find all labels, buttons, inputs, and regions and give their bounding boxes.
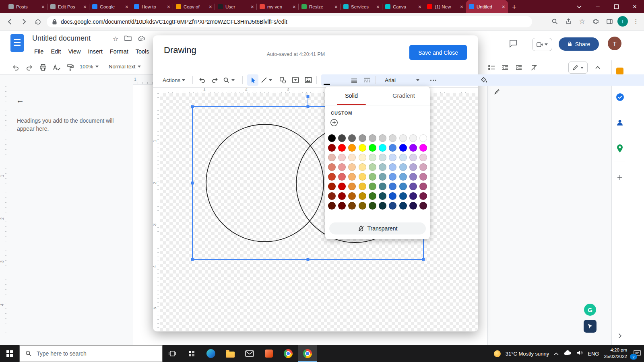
color-swatch[interactable]	[338, 163, 346, 171]
tray-chevron-up-icon[interactable]	[554, 350, 559, 357]
menu-format[interactable]: Format	[106, 47, 132, 56]
contacts-icon[interactable]	[615, 118, 624, 127]
color-swatch[interactable]	[338, 192, 346, 200]
color-swatch[interactable]	[328, 154, 336, 161]
color-swatch[interactable]	[328, 173, 336, 181]
color-swatch[interactable]	[348, 183, 356, 190]
tab-search-chevron-icon[interactable]	[570, 0, 588, 13]
zoom-tool[interactable]	[223, 74, 235, 86]
color-swatch[interactable]	[359, 192, 366, 200]
color-swatch[interactable]	[328, 134, 336, 142]
app-grid-icon[interactable]	[182, 345, 201, 362]
file-explorer-icon[interactable]	[221, 345, 240, 362]
tab-close-icon[interactable]: ×	[251, 4, 254, 10]
tab-close-icon[interactable]: ×	[334, 4, 338, 10]
actions-menu[interactable]: Actions	[163, 74, 185, 86]
star-document-icon[interactable]: ☆	[113, 35, 118, 43]
color-swatch[interactable]	[369, 202, 376, 210]
color-swatch[interactable]	[359, 154, 366, 161]
undo-button[interactable]	[196, 74, 208, 86]
editing-mode-button[interactable]	[568, 62, 588, 74]
color-swatch[interactable]	[379, 144, 386, 152]
weather-text[interactable]: 31°C Mostly sunny	[506, 351, 549, 357]
color-swatch[interactable]	[359, 163, 366, 171]
print-button[interactable]	[38, 63, 48, 72]
spellcheck-button[interactable]	[52, 63, 62, 72]
color-swatch[interactable]	[369, 173, 376, 181]
color-swatch[interactable]	[369, 192, 376, 200]
color-swatch[interactable]	[359, 173, 366, 181]
color-swatch[interactable]	[369, 154, 376, 161]
color-swatch[interactable]	[399, 163, 407, 171]
color-swatch[interactable]	[419, 163, 427, 171]
color-swatch[interactable]	[389, 144, 396, 152]
notification-center-icon[interactable]: 2	[632, 348, 642, 359]
volume-icon[interactable]	[576, 350, 583, 357]
save-and-close-button[interactable]: Save and Close	[409, 45, 467, 60]
edge-icon[interactable]	[201, 345, 221, 362]
cloud-saved-icon[interactable]	[138, 35, 145, 43]
undo-button[interactable]	[10, 63, 21, 72]
back-button[interactable]	[4, 16, 16, 28]
comment-history-icon[interactable]	[509, 39, 518, 49]
tab-close-icon[interactable]: ×	[376, 4, 380, 10]
checklist-button[interactable]	[486, 63, 497, 72]
chrome-icon[interactable]	[279, 345, 298, 362]
color-swatch[interactable]	[409, 163, 417, 171]
color-swatch[interactable]	[419, 144, 427, 152]
browser-tab[interactable]: Edit Pos×	[47, 0, 89, 13]
tab-close-icon[interactable]: ×	[83, 4, 87, 10]
color-swatch[interactable]	[399, 134, 407, 142]
color-swatch[interactable]	[389, 192, 396, 200]
collapse-side-panel-icon[interactable]	[615, 331, 624, 340]
share-page-icon[interactable]	[563, 16, 574, 27]
color-swatch[interactable]	[419, 183, 427, 190]
color-swatch[interactable]	[389, 202, 396, 210]
browser-tab[interactable]: How to×	[131, 0, 173, 13]
color-swatch[interactable]	[419, 134, 427, 142]
minimize-button[interactable]: ─	[588, 0, 607, 13]
browser-tab[interactable]: (1) New×	[424, 0, 466, 13]
color-swatch[interactable]	[379, 192, 386, 200]
vertical-ruler[interactable]: 1234	[1, 86, 6, 336]
color-swatch[interactable]	[409, 154, 417, 161]
side-panel-icon[interactable]	[604, 16, 615, 27]
color-swatch[interactable]	[399, 202, 407, 210]
forward-button[interactable]	[18, 16, 30, 28]
chrome-active-icon[interactable]	[298, 345, 317, 362]
color-swatch[interactable]	[379, 163, 386, 171]
color-swatch[interactable]	[348, 163, 356, 171]
browser-tab[interactable]: Services×	[341, 0, 382, 13]
color-swatch[interactable]	[379, 173, 386, 181]
color-swatch[interactable]	[359, 144, 366, 152]
color-swatch[interactable]	[348, 134, 356, 142]
maximize-button[interactable]	[607, 0, 625, 13]
browser-tab[interactable]: Copy of×	[173, 0, 215, 13]
color-swatch[interactable]	[348, 192, 356, 200]
tab-close-icon[interactable]: ×	[418, 4, 421, 10]
color-swatch[interactable]	[328, 144, 336, 152]
color-swatch[interactable]	[338, 173, 346, 181]
share-button[interactable]: Share	[559, 37, 599, 51]
color-swatch[interactable]	[359, 202, 366, 210]
color-swatch[interactable]	[419, 154, 427, 161]
office-icon[interactable]	[259, 345, 279, 362]
color-swatch[interactable]	[359, 134, 366, 142]
color-swatch[interactable]	[379, 183, 386, 190]
docs-logo-icon[interactable]	[10, 34, 24, 52]
rotation-handle[interactable]	[307, 95, 310, 98]
new-tab-button[interactable]: +	[512, 3, 516, 12]
color-swatch[interactable]	[328, 202, 336, 210]
add-custom-color-button[interactable]	[330, 119, 338, 127]
presentation-button[interactable]	[532, 38, 552, 51]
color-swatch[interactable]	[389, 173, 396, 181]
search-input[interactable]	[36, 350, 138, 357]
indent-increase-button[interactable]	[514, 63, 524, 72]
tab-close-icon[interactable]: ×	[41, 4, 45, 10]
font-family-select[interactable]: Arial	[382, 74, 422, 86]
color-swatch[interactable]	[369, 134, 376, 142]
color-swatch[interactable]	[348, 202, 356, 210]
tab-close-icon[interactable]: ×	[125, 4, 128, 10]
collapse-toolbar-chevron-icon[interactable]	[592, 63, 603, 72]
color-swatch[interactable]	[348, 154, 356, 161]
